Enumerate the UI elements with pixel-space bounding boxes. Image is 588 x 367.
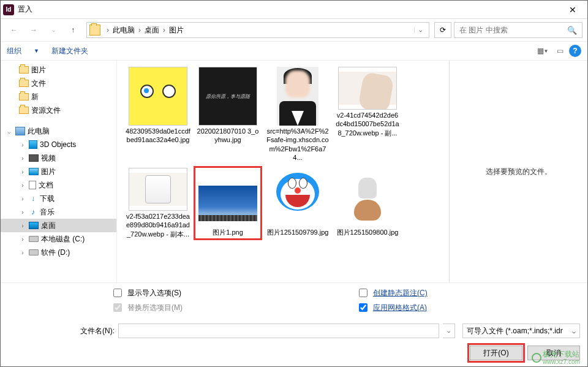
pictures-icon [29, 168, 39, 175]
chevron-right-icon[interactable]: › [19, 142, 26, 148]
indesign-icon: Id [3, 4, 14, 15]
checkbox[interactable] [359, 289, 368, 297]
video-icon [29, 154, 39, 162]
toolbar: 组织 ▼ 新建文件夹 ▦ ▼ ▭ ? [1, 41, 587, 61]
search-icon[interactable]: 🔍 [567, 26, 577, 35]
open-button[interactable]: 打开(O) [470, 346, 522, 360]
view-options-button[interactable]: ▦ ▼ [535, 44, 551, 58]
breadcrumb-seg[interactable]: 此电脑 [113, 25, 135, 36]
option-replace-selected: 替换所选项目(M) [111, 301, 332, 314]
organize-button[interactable]: 组织 [7, 46, 21, 56]
chevron-down-icon[interactable]: ⌵ [6, 128, 13, 135]
file-item[interactable] [124, 243, 192, 255]
folder-icon [19, 80, 29, 87]
chevron-right-icon[interactable]: › [19, 168, 26, 175]
organize-dropdown-icon[interactable]: ▼ [34, 48, 39, 54]
file-thumbnail [129, 168, 187, 211]
sidebar-item-label: 新 [31, 92, 39, 102]
chevron-right-icon[interactable]: › [19, 155, 26, 162]
breadcrumb[interactable]: › 此电脑 › 桌面 › 图片 ⌵ [86, 22, 429, 38]
folder-icon [19, 93, 29, 100]
option-create-static[interactable]: 创建静态题注(C) [356, 287, 578, 299]
import-options: 显示导入选项(S) 创建静态题注(C) 替换所选项目(M) 应用网格格式(A) [1, 282, 587, 320]
refresh-button[interactable]: ⟳ [434, 22, 451, 38]
filename-input[interactable] [118, 323, 439, 338]
breadcrumb-seg[interactable]: 图片 [169, 25, 184, 36]
file-name: 图片1251509799.jpg [267, 228, 329, 236]
file-item[interactable]: v2-f53a0217e233deae899d80b9416a91ad_720w… [124, 167, 192, 240]
file-item[interactable]: 482309539da0e1ccdfbed91aac32a4e0.jpg [124, 66, 192, 163]
thumbnail-area[interactable]: 482309539da0e1ccdfbed91aac32a4e0.jpg 愿你所… [117, 61, 450, 282]
sidebar-item-label: 文件 [31, 78, 46, 89]
file-item[interactable]: 图片1251509800.jpg [334, 167, 401, 240]
recent-dropdown[interactable]: ⌵ [45, 22, 62, 38]
file-item-selected[interactable]: 图片1.png [194, 167, 262, 240]
option-label: 替换所选项目(M) [127, 303, 183, 313]
new-folder-button[interactable]: 新建文件夹 [51, 46, 88, 56]
file-thumbnail [268, 67, 327, 126]
sidebar-item-pictures[interactable]: 图片 [1, 63, 116, 77]
filename-label: 文件名(N): [80, 326, 115, 336]
file-item[interactable]: 图片1251509799.jpg [264, 167, 331, 240]
file-item[interactable]: v2-41cd74542d2de6dc4bd15007be52d1a8_720w… [334, 66, 401, 163]
sidebar-item-drive-c[interactable]: ›本地磁盘 (C:) [1, 232, 116, 246]
breadcrumb-seg[interactable]: 桌面 [145, 25, 159, 36]
option-apply-grid[interactable]: 应用网格格式(A) [356, 301, 578, 314]
chevron-right-icon[interactable]: › [19, 209, 26, 216]
file-name: v2-41cd74542d2de6dc4bd15007be52d1a8_720w… [335, 111, 400, 137]
chevron-right-icon[interactable]: › [19, 249, 26, 256]
chevron-right-icon[interactable]: › [19, 182, 26, 189]
chevron-right-icon[interactable]: › [19, 222, 26, 229]
sidebar-item-files[interactable]: 文件 [1, 77, 116, 90]
help-icon[interactable]: ? [569, 45, 581, 57]
sidebar-item-drive-d[interactable]: ›软件 (D:) [1, 246, 116, 259]
file-item[interactable] [334, 243, 401, 255]
titlebar: Id 置入 ✕ [1, 1, 587, 19]
sidebar-item-pictures-lib[interactable]: ›图片 [1, 165, 116, 178]
sidebar-item-documents[interactable]: ›文档 [1, 178, 116, 192]
sidebar-item-label: 3D Objects [40, 140, 76, 149]
sidebar-item-music[interactable]: ›♪音乐 [1, 205, 116, 219]
file-name: v2-f53a0217e233deae899d80b9416a91ad_720w… [126, 212, 190, 238]
checkbox[interactable] [113, 289, 122, 297]
file-type-filter[interactable]: 可导入文件 (*.oam;*.inds;*.idr [462, 323, 580, 338]
sidebar-item-desktop[interactable]: ›桌面 [1, 219, 116, 232]
search-input[interactable] [458, 25, 578, 35]
sidebar-item-label: 图片 [41, 167, 56, 177]
file-area: 482309539da0e1ccdfbed91aac32a4e0.jpg 愿你所… [117, 61, 587, 282]
sidebar-item-new[interactable]: 新 [1, 90, 116, 104]
folder-icon [19, 107, 29, 114]
option-label: 创建静态题注(C) [373, 288, 428, 298]
file-name: src=http%3A%2F%2Fsafe-img.xhscdn.com%2Fb… [265, 127, 330, 162]
dialog-title: 置入 [18, 4, 560, 15]
sidebar-item-downloads[interactable]: ›↓下载 [1, 192, 116, 205]
up-button[interactable]: ↑ [64, 22, 81, 38]
chevron-right-icon[interactable]: › [19, 236, 26, 243]
cancel-button[interactable]: 取消 [527, 346, 580, 360]
file-item[interactable]: 愿你所愿，事与愿随 2020021807010 3_oyhwu.jpg [194, 66, 262, 163]
sidebar-item-3dobjects[interactable]: ›3D Objects [1, 138, 116, 151]
file-item[interactable] [194, 243, 262, 255]
sidebar-item-label: 本地磁盘 (C:) [41, 234, 85, 244]
sidebar-item-label: 此电脑 [28, 126, 50, 137]
preview-pane-button[interactable]: ▭ [552, 44, 568, 58]
chevron-right-icon[interactable]: › [19, 195, 26, 202]
file-item[interactable]: src=http%3A%2F%2Fsafe-img.xhscdn.com%2Fb… [264, 66, 331, 163]
sidebar-item-label: 桌面 [41, 221, 56, 231]
sidebar-item-label: 软件 (D:) [41, 248, 70, 258]
checkbox[interactable] [359, 303, 368, 312]
filter-label: 可导入文件 (*.oam;*.inds;*.idr [467, 326, 563, 336]
back-button[interactable]: ← [6, 22, 23, 38]
search-box[interactable]: 🔍 [454, 22, 582, 38]
breadcrumb-dropdown[interactable]: ⌵ [414, 27, 426, 33]
folder-icon [19, 66, 29, 74]
sidebar-item-videos[interactable]: ›视频 [1, 151, 116, 165]
sidebar-item-resources[interactable]: 资源文件 [1, 104, 116, 117]
filename-dropdown[interactable]: ⌵ [443, 323, 455, 338]
sidebar-item-thispc[interactable]: ⌵此电脑 [1, 124, 116, 138]
option-show-import[interactable]: 显示导入选项(S) [111, 287, 332, 299]
option-label: 显示导入选项(S) [127, 288, 181, 298]
close-button[interactable]: ✕ [560, 1, 585, 18]
file-thumbnail [198, 168, 257, 227]
button-row: 打开(O) 取消 极光下载站 www.xz7.com [1, 342, 587, 366]
